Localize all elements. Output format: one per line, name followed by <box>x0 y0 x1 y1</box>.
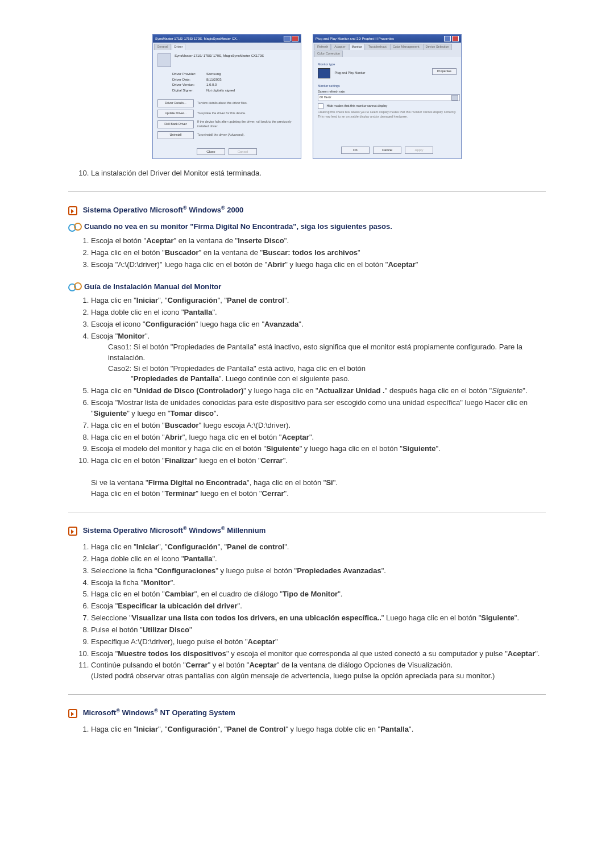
win2000-tail-2: Haga clic en el botón "Terminar" luego e… <box>91 489 546 499</box>
tab-general[interactable]: General <box>154 44 171 50</box>
screenshot-row: SyncMaster 171S/ 175S/ 170S, MagicSyncMa… <box>68 34 546 159</box>
case2: Caso2: Si el botón "Propiedades de Panta… <box>91 364 546 385</box>
driver-dialog-title: SyncMaster 171S/ 175S/ 170S, MagicSyncMa… <box>155 36 239 41</box>
version-label: Driver Version: <box>172 82 206 87</box>
list-item: Haga clic en el botón "Buscador" luego e… <box>91 420 546 431</box>
list-item: Haga doble clic en el icono "Pantalla". <box>91 307 546 318</box>
list-item: Especifique A:\(D:\driver), luego pulse … <box>91 637 546 648</box>
win2000-list-1: Escoja el botón "Aceptar" en la ventana … <box>68 236 546 270</box>
list-item: Haga clic en "Unidad de Disco (Controlad… <box>91 386 546 397</box>
rollback-driver-desc: If the device fails after updating the d… <box>197 120 296 129</box>
list-item: Haga clic en el botón "Finalizar" luego … <box>91 456 546 466</box>
list-item: Escoja "A:\(D:\driver)" luego haga clic … <box>91 260 546 270</box>
list-item: Haga clic en "Iniciar", "Configuración",… <box>91 542 546 553</box>
pnp-dialog-tabs: Refresh Adapter Monitor Troubleshoot Col… <box>313 43 461 57</box>
list-item: Escoja "Especificar la ubicación del dri… <box>91 601 546 612</box>
arrow-bullet-icon <box>68 206 77 215</box>
winme-list: Haga clic en "Iniciar", "Configuración",… <box>68 542 546 682</box>
pnp-tab[interactable]: Refresh <box>314 44 331 50</box>
pnp-apply-button[interactable]: Apply <box>405 147 433 154</box>
pnp-refresh-select[interactable]: 60 Hertz <box>318 94 460 101</box>
arrow-bullet-icon <box>68 527 77 536</box>
update-driver-button[interactable]: Update Driver... <box>157 110 194 118</box>
pnp-tab[interactable]: Color Correction <box>314 51 343 57</box>
update-driver-desc: To update the driver for this device. <box>197 111 296 116</box>
rollback-driver-button[interactable]: Roll Back Driver <box>157 120 194 128</box>
pnp-properties-button[interactable]: Properties <box>432 68 457 75</box>
list-item: Seleccione la ficha "Configuraciones" y … <box>91 566 546 577</box>
install-steps-tail: La instalación del Driver del Monitor es… <box>68 168 546 179</box>
provider-label: Driver Provider: <box>172 72 206 77</box>
monitor-icon <box>157 53 171 67</box>
driver-close-button[interactable]: Close <box>197 148 225 156</box>
chevron-down-icon[interactable] <box>451 95 458 101</box>
list-item: Haga clic en el botón "Abrir", luego hag… <box>91 432 546 443</box>
list-item: Escoja "Muestre todos los dispositivos" … <box>91 649 546 660</box>
driver-details-desc: To view details about the driver files. <box>197 101 296 106</box>
pnp-hidemodes-checkbox[interactable] <box>318 103 323 109</box>
list-item: Haga clic en "Iniciar", "Configuración",… <box>91 724 546 735</box>
list-item: Continúe pulsando el botón "Cerrar" y el… <box>91 660 546 682</box>
uninstall-button[interactable]: Uninstall <box>157 131 194 139</box>
pnp-dialog-titlebar: Plug and Play Monitor and 3D Prophet III… <box>313 35 461 43</box>
driver-properties-dialog: SyncMaster 171S/ 175S/ 170S, MagicSyncMa… <box>152 34 301 159</box>
heading-text: Sistema Operativo Microsoft® Windows® Mi… <box>83 526 266 535</box>
heading-win2000: Sistema Operativo Microsoft® Windows® 20… <box>68 205 546 216</box>
pnp-section-type: Monitor type <box>318 62 457 67</box>
gears-icon <box>68 223 81 232</box>
pnp-refresh-label: Screen refresh rate: <box>318 90 457 94</box>
close-icon[interactable] <box>292 36 298 41</box>
pnp-tab[interactable]: Troubleshoot <box>366 44 389 50</box>
close-icon[interactable] <box>452 36 459 41</box>
heading-winnt: Microsoft® Windows® NT Operating System <box>68 707 546 719</box>
list-item: Haga clic en el botón "Buscador" en la v… <box>91 248 546 258</box>
driver-details-button[interactable]: Driver Details... <box>157 99 194 107</box>
list-item: Escoja el modelo del monitor y haga clic… <box>91 444 546 454</box>
list-item: Haga doble clic en el icono "Pantalla". <box>91 554 546 565</box>
pnp-dialog-title: Plug and Play Monitor and 3D Prophet III… <box>316 36 394 41</box>
signer-label: Digital Signer: <box>172 88 206 93</box>
date-value: 8/11/2003 <box>206 77 222 82</box>
heading-text: Microsoft® Windows® NT Operating System <box>83 708 235 717</box>
pnp-ok-button[interactable]: OK <box>341 147 370 154</box>
win2000-tail-1: Si ve la ventana "Firma Digital no Encon… <box>91 478 546 489</box>
win2000-list-2: Haga clic en "Iniciar", "Configuración",… <box>68 295 546 466</box>
pnp-note: Clearing this check box allows you to se… <box>318 110 457 119</box>
pnp-section-settings: Monitor settings <box>318 84 457 89</box>
gears-icon <box>68 282 81 291</box>
pnp-tab[interactable]: Adapter <box>331 44 348 50</box>
list-item: Pulse el botón "Utilizar Disco" <box>91 625 546 636</box>
list-item: La instalación del Driver del Monitor es… <box>91 168 546 179</box>
minimize-icon[interactable] <box>284 36 291 41</box>
list-item: Seleccione "Visualizar una lista con tod… <box>91 613 546 624</box>
winnt-list: Haga clic en "Iniciar", "Configuración",… <box>68 724 546 735</box>
version-value: 1.0.0.0 <box>206 82 217 87</box>
uninstall-desc: To uninstall the driver (Advanced). <box>197 133 296 137</box>
list-item: Haga clic en "Iniciar", "Configuración",… <box>91 295 546 306</box>
list-item: Haga clic en el botón "Cambiar", en el c… <box>91 589 546 600</box>
divider <box>68 191 546 192</box>
list-item: Escoja el botón "Aceptar" en la ventana … <box>91 236 546 247</box>
list-item: Escoja la ficha "Monitor". <box>91 578 546 589</box>
driver-dialog-titlebar: SyncMaster 171S/ 175S/ 170S, MagicSyncMa… <box>153 35 301 43</box>
pnp-properties-dialog: Plug and Play Monitor and 3D Prophet III… <box>313 34 462 159</box>
case1: Caso1: Si el botón "Propiedades de Panta… <box>91 342 546 364</box>
arrow-bullet-icon <box>68 709 77 718</box>
divider <box>68 694 546 695</box>
list-item: Escoja "Mostrar lista de unidades conoci… <box>91 398 546 419</box>
pnp-tab[interactable]: Device Selection <box>423 44 452 50</box>
subheading-manual-guide: Guía de Instalación Manual del Monitor <box>68 282 546 293</box>
tab-driver[interactable]: Driver <box>172 44 186 50</box>
driver-device-name: SyncMaster 171S/ 175S/ 170S, MagicSyncMa… <box>175 53 264 59</box>
pnp-tab[interactable]: Monitor <box>349 44 365 50</box>
driver-cancel-button[interactable]: Cancel <box>229 148 257 156</box>
pnp-tab[interactable]: Color Management <box>390 44 422 50</box>
pnp-monitor-name: Plug and Play Monitor <box>335 71 366 74</box>
subheading-signature-not-found: Cuando no vea en su monitor "Firma Digit… <box>68 222 546 232</box>
heading-winme: Sistema Operativo Microsoft® Windows® Mi… <box>68 525 546 536</box>
pnp-refresh-value: 60 Hertz <box>320 95 331 100</box>
heading-text: Sistema Operativo Microsoft® Windows® 20… <box>83 206 244 214</box>
list-item: Escoja el icono "Configuración" luego ha… <box>91 319 546 330</box>
help-icon[interactable] <box>444 36 451 41</box>
pnp-cancel-button[interactable]: Cancel <box>373 147 401 154</box>
